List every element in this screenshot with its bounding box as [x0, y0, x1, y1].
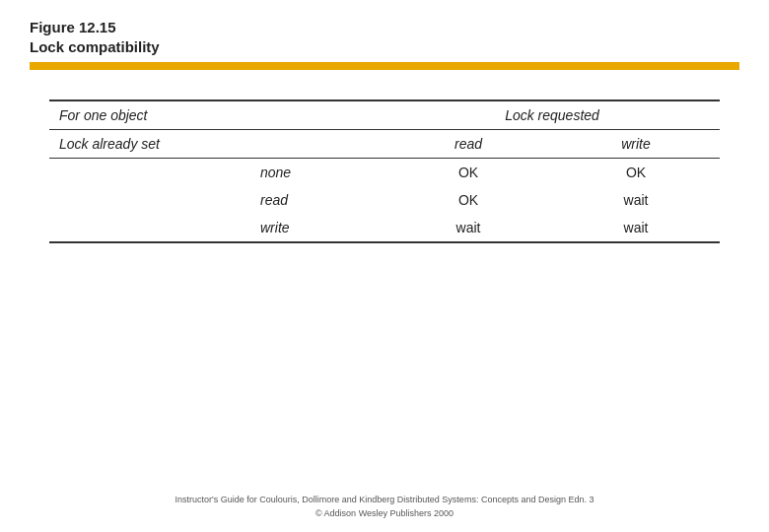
read-read: OK	[384, 186, 552, 214]
already-empty	[250, 130, 384, 159]
lock-compatibility-table: For one object Lock requested Lock alrea…	[49, 100, 720, 243]
table-row: none OK OK	[49, 159, 720, 187]
write-header: write	[552, 130, 720, 159]
title-section: Figure 12.15 Lock compatibility	[30, 18, 739, 56]
for-one-object-cell: For one object	[49, 100, 250, 130]
page: Figure 12.15 Lock compatibility For one …	[0, 0, 769, 532]
write-read: wait	[384, 214, 552, 242]
title-line2: Lock compatibility	[30, 37, 739, 57]
footer-line1: Instructor's Guide for Coulouris, Dollim…	[0, 494, 769, 507]
empty-cell-1	[250, 100, 384, 130]
table-container: For one object Lock requested Lock alrea…	[49, 100, 720, 243]
gold-bar	[30, 62, 739, 70]
lock-requested-label: Lock requested	[384, 100, 720, 130]
footer: Instructor's Guide for Coulouris, Dollim…	[0, 494, 769, 520]
none-read: OK	[384, 159, 552, 187]
header-row-1: For one object Lock requested	[49, 100, 720, 130]
read-header: read	[384, 130, 552, 159]
none-write: OK	[552, 159, 720, 187]
table-row: write wait wait	[49, 214, 720, 242]
read-write: wait	[552, 186, 720, 214]
already-none: none	[250, 159, 384, 187]
header-row-2: Lock already set read write	[49, 130, 720, 159]
lock-already-set-cell: Lock already set	[49, 130, 250, 159]
already-write: write	[250, 214, 384, 242]
footer-line2: © Addison Wesley Publishers 2000	[0, 507, 769, 521]
table-row: read OK wait	[49, 186, 720, 214]
already-read: read	[250, 186, 384, 214]
write-write: wait	[552, 214, 720, 242]
title-line1: Figure 12.15	[30, 18, 739, 37]
